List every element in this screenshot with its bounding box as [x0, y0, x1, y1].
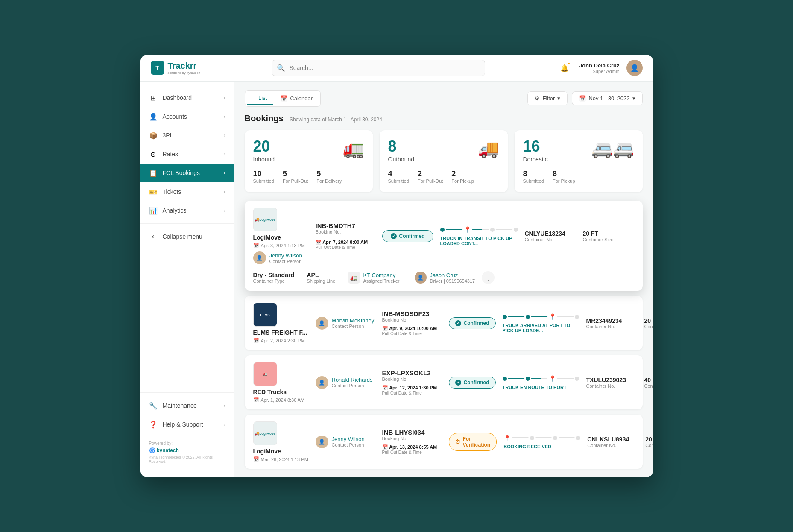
sidebar-label-help: Help & Support [163, 421, 203, 428]
progress-dot [526, 315, 530, 319]
3pl-icon: 📦 [149, 131, 158, 140]
content-toolbar: ≡ List 📅 Calendar ⚙ Filter ▾ 📅 [245, 90, 643, 107]
company-logo-0: 🚚 LogiMove [253, 208, 277, 231]
company-date-0: 📅 Apr. 3, 2024 1:13 PM [253, 243, 309, 248]
progress-dot [503, 377, 507, 381]
progress-dot [575, 315, 579, 319]
dashboard-icon: ⊞ [149, 94, 158, 102]
progress-section-0: 📍 TRUCK IN TRANSIT TO PICK UP LOADED CON… [440, 226, 518, 246]
truck-outbound-icon: 🚚 [478, 139, 499, 159]
progress-line [472, 229, 489, 230]
copyright-text: Kyna Technologies © 2022. All Rights Res… [149, 455, 225, 464]
domestic-pickup-num: 8 [553, 170, 575, 178]
progress-status-3: BOOKING RECEIVED [503, 444, 580, 449]
date-range-button[interactable]: 📅 Nov 1 - 30, 2022 ▾ [572, 91, 642, 105]
summary-card-inbound: 20 Inbound 🚛 10 Submitted 5 For Pull-Out [245, 130, 373, 192]
inbound-delivery-label: For Delivery [316, 178, 342, 184]
rates-icon: ⊙ [149, 150, 158, 158]
user-area: 🔔 John Dela Cruz Super Admin 👤 [557, 60, 643, 76]
booking-row-0[interactable]: 🚚 LogiMove LogiMove 📅 Apr. 3, 2024 1:13 … [245, 201, 643, 291]
chevron-right-icon: › [224, 132, 225, 138]
booking-row-3[interactable]: 🚚 LogiMove LogiMove 📅 Mar. 28, 2024 1:13… [245, 415, 643, 469]
sidebar-item-maintenance[interactable]: 🔧 Maintenance › [140, 396, 234, 415]
status-badge-2: ✓ Confirmed [449, 377, 496, 389]
company-logo-3: 🚚 LogiMove [253, 421, 277, 445]
user-role: Super Admin [579, 69, 620, 74]
outbound-pickup-label: For Pickup [451, 178, 474, 184]
container-no-0: CNLYUE13234 [525, 230, 576, 237]
progress-status-1: TRUCK ARRIVED AT PORT TO PICK UP LOADE..… [503, 323, 579, 333]
tab-calendar[interactable]: 📅 Calendar [275, 92, 319, 105]
container-label-0: Container No. [525, 237, 576, 242]
container-no-2: TXULU239023 Container No. [586, 377, 638, 389]
check-icon: ✓ [455, 320, 461, 326]
logo-text: Trackrr solutions by kynatech [168, 61, 201, 75]
sidebar-item-dashboard[interactable]: ⊞ Dashboard › [140, 88, 234, 107]
status-text-0: Confirmed [399, 233, 425, 239]
booking-number-1: INB-MSDSDF23 [382, 310, 442, 317]
sidebar-item-accounts[interactable]: 👤 Accounts › [140, 107, 234, 126]
outbound-submitted-num: 4 [388, 170, 410, 178]
status-badge-1: ✓ Confirmed [449, 317, 496, 329]
contact-role-0: Contact Person [269, 259, 302, 264]
tab-list[interactable]: ≡ List [247, 92, 273, 105]
progress-line [531, 378, 547, 379]
fcl-icon: 📋 [149, 169, 158, 177]
progress-section-2: 📍 TRUCK EN ROUTE TO PORT [503, 375, 579, 390]
notification-button[interactable]: 🔔 [557, 60, 572, 76]
inbound-pullout-label: For Pull-Out [283, 178, 308, 184]
outbound-pullout-num: 2 [418, 170, 443, 178]
sidebar-label-tickets: Tickets [163, 188, 181, 195]
truck-domestic-icon: 🚐🚐 [591, 139, 634, 159]
search-icon: 🔍 [277, 64, 285, 72]
trucker-label-0: Assigned Trucker [363, 278, 400, 284]
sidebar-item-analytics[interactable]: 📊 Analytics › [140, 201, 234, 220]
container-info-0: CNLYUE13234 Container No. [525, 230, 576, 242]
contact-info-1: 👤 Marvin McKinney Contact Person [316, 317, 375, 330]
company-logo-1: ELMS [253, 303, 277, 327]
calendar-icon: 📅 [253, 243, 259, 248]
calendar-icon: 📅 [281, 95, 287, 102]
progress-dot [526, 377, 530, 381]
outbound-submitted-label: Submitted [388, 178, 410, 184]
section-header: Bookings Showing data of March 1 - April… [245, 114, 643, 123]
sidebar-item-collapse[interactable]: ‹ Collapse menu [140, 227, 234, 246]
chevron-right-icon: › [224, 170, 225, 176]
avatar: 👤 [626, 60, 643, 76]
contact-name-1: Marvin McKinney [332, 317, 375, 324]
shipping-label-0: Shipping Line [307, 278, 341, 284]
inbound-count: 20 [253, 139, 275, 154]
location-pin-icon: 📍 [549, 313, 556, 320]
list-icon: ≡ [253, 95, 256, 101]
company-info-0: 🚚 LogiMove LogiMove 📅 Apr. 3, 2024 1:13 … [253, 208, 309, 264]
driver-avatar: 👤 [415, 272, 427, 284]
collapse-icon: ‹ [149, 232, 158, 241]
sidebar-item-help[interactable]: ❓ Help & Support › [140, 415, 234, 434]
progress-line [496, 229, 512, 230]
type-label-0: Container Type [253, 278, 300, 284]
sidebar-label-rates: Rates [163, 151, 178, 158]
powered-by-label: Powered by: [149, 441, 225, 446]
sidebar-item-tickets[interactable]: 🎫 Tickets › [140, 182, 234, 201]
sidebar-label-accounts: Accounts [163, 113, 187, 120]
booking-row-1[interactable]: ELMS ELMS FREIGHT F... 📅 Apr. 2, 2024 2:… [245, 296, 643, 350]
sidebar-item-rates[interactable]: ⊙ Rates › [140, 145, 234, 164]
progress-line [508, 378, 524, 379]
more-options-button-0[interactable]: ⋮ [482, 271, 495, 284]
main-content: ≡ List 📅 Calendar ⚙ Filter ▾ 📅 [234, 82, 653, 477]
chevron-down-icon: ▾ [557, 95, 560, 102]
domestic-submitted-label: Submitted [523, 178, 544, 184]
domestic-count: 16 [523, 139, 548, 154]
sidebar-item-3pl[interactable]: 📦 3PL › [140, 126, 234, 145]
progress-dot [553, 436, 557, 440]
sidebar-item-fcl-bookings[interactable]: 📋 FCL Bookings › [140, 164, 234, 182]
sidebar-label-analytics: Analytics [163, 207, 187, 214]
filter-button[interactable]: ⚙ Filter ▾ [527, 91, 568, 105]
sidebar-label-3pl: 3PL [163, 132, 173, 139]
trucker-name-0: KT Company [363, 272, 400, 278]
search-bar: 🔍 [272, 60, 485, 76]
search-input[interactable] [272, 60, 485, 76]
app-name: Trackrr [168, 61, 201, 71]
booking-row-2[interactable]: 🚛 RED Trucks 📅 Apr. 1, 2024 8:30 AM 👤 Ro… [245, 355, 643, 409]
chevron-right-icon: › [224, 95, 225, 101]
